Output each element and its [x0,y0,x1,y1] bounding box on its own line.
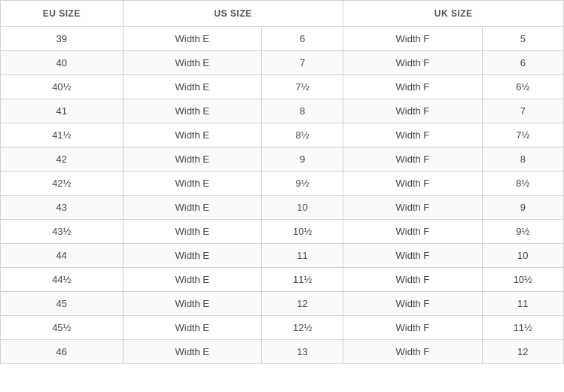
uk-size: 7½ [482,123,563,147]
us-width: Width E [123,51,261,75]
us-width: Width E [123,147,261,172]
table-row: 42½Width E9½Width F8½ [1,172,564,196]
us-width: Width E [123,196,261,220]
uk-size: 7 [482,99,563,123]
us-size: 6 [261,27,343,51]
eu-size: 46 [1,340,123,364]
uk-size: 10 [482,244,563,268]
table-row: 45½Width E12½Width F11½ [1,316,564,340]
uk-size: 8½ [482,172,563,196]
uk-size: 5 [482,27,563,51]
eu-size: 43½ [1,220,123,244]
eu-size: 43 [1,196,123,220]
us-width: Width E [123,316,261,340]
eu-size: 40½ [1,75,123,99]
table-row: 45Width E12Width F11 [1,292,564,316]
eu-size: 44½ [1,268,123,292]
us-size: 9½ [261,172,343,196]
uk-size: 12 [482,340,563,364]
eu-size: 40 [1,51,123,75]
uk-size: 8 [482,147,563,172]
us-width: Width E [123,75,261,99]
eu-size: 45 [1,292,123,316]
uk-size: 6 [482,51,563,75]
table-row: 43Width E10Width F9 [1,196,564,220]
uk-width: Width F [343,27,482,51]
table-row: 46Width E13Width F12 [1,340,564,364]
table-row: 41½Width E8½Width F7½ [1,123,564,147]
uk-size: 11 [482,292,563,316]
eu-size: 41½ [1,123,123,147]
us-width: Width E [123,220,261,244]
us-size: 11 [261,244,343,268]
us-size: 11½ [261,268,343,292]
us-width: Width E [123,123,261,147]
uk-width: Width F [343,172,482,196]
uk-width: Width F [343,123,482,147]
uk-width: Width F [343,220,482,244]
us-size: 10 [261,196,343,220]
table-row: 44½Width E11½Width F10½ [1,268,564,292]
uk-width: Width F [343,99,482,123]
uk-width: Width F [343,244,482,268]
us-size: 9 [261,147,343,172]
table-row: 41Width E8Width F7 [1,99,564,123]
us-size: 7½ [261,75,343,99]
us-size: 13 [261,340,343,364]
us-size: 8 [261,99,343,123]
size-table-container: EU SIZE US SIZE UK SIZE 39Width E6Width … [0,0,564,364]
eu-size: 42 [1,147,123,172]
us-size: 10½ [261,220,343,244]
table-row: 40½Width E7½Width F6½ [1,75,564,99]
header-eu: EU SIZE [1,1,123,27]
table-row: 43½Width E10½Width F9½ [1,220,564,244]
size-chart-table: EU SIZE US SIZE UK SIZE 39Width E6Width … [0,0,564,364]
table-row: 42Width E9Width F8 [1,147,564,172]
us-width: Width E [123,172,261,196]
us-width: Width E [123,268,261,292]
us-size: 8½ [261,123,343,147]
uk-width: Width F [343,268,482,292]
eu-size: 44 [1,244,123,268]
table-row: 44Width E11Width F10 [1,244,564,268]
uk-size: 10½ [482,268,563,292]
us-width: Width E [123,340,261,364]
us-size: 7 [261,51,343,75]
us-width: Width E [123,292,261,316]
header-uk: UK SIZE [343,1,564,27]
us-width: Width E [123,27,261,51]
uk-width: Width F [343,75,482,99]
uk-width: Width F [343,196,482,220]
header-us: US SIZE [123,1,343,27]
uk-size: 11½ [482,316,563,340]
uk-width: Width F [343,316,482,340]
us-width: Width E [123,99,261,123]
eu-size: 45½ [1,316,123,340]
uk-size: 9 [482,196,563,220]
uk-width: Width F [343,340,482,364]
table-row: 39Width E6Width F5 [1,27,564,51]
uk-width: Width F [343,51,482,75]
us-width: Width E [123,244,261,268]
eu-size: 42½ [1,172,123,196]
uk-size: 6½ [482,75,563,99]
uk-width: Width F [343,147,482,172]
uk-size: 9½ [482,220,563,244]
us-size: 12 [261,292,343,316]
eu-size: 41 [1,99,123,123]
uk-width: Width F [343,292,482,316]
eu-size: 39 [1,27,123,51]
us-size: 12½ [261,316,343,340]
table-row: 40Width E7Width F6 [1,51,564,75]
